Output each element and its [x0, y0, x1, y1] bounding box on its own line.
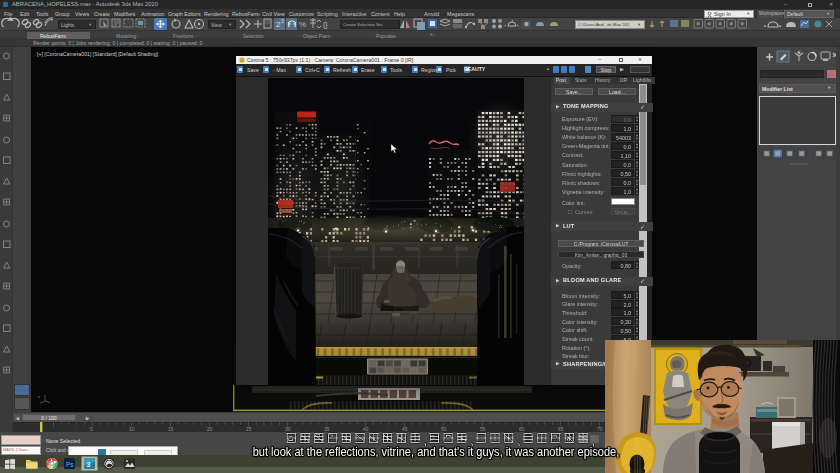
svg-text:3: 3: [87, 461, 91, 468]
svg-text:Ps: Ps: [66, 461, 74, 468]
